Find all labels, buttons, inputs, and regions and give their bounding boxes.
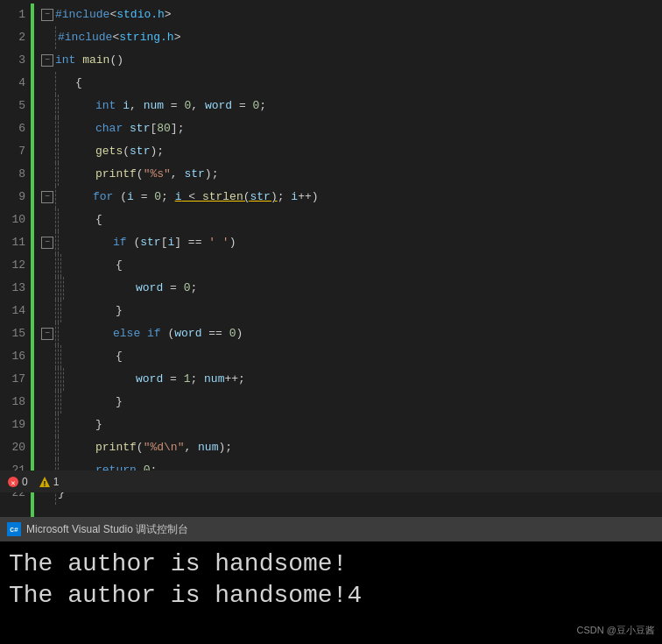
code-line-11: − if (str[i] == ' ')	[41, 231, 662, 254]
code-line-10: {	[41, 209, 662, 231]
console-title: Microsoft Visual Studio 调试控制台	[26, 522, 188, 537]
line-numbers: 1 2 3 4 5 6 7 8 9 10 11 12 13 14 15 16 1…	[0, 0, 31, 517]
bottom-status-bar: ✕ 0 ! 1	[0, 471, 662, 492]
editor-area: 1 2 3 4 5 6 7 8 9 10 11 12 13 14 15 16 1…	[0, 0, 662, 517]
svg-text:✕: ✕	[11, 479, 15, 488]
fold-icon-11[interactable]: −	[41, 237, 53, 249]
error-icon: ✕	[7, 476, 19, 488]
code-line-6: char str[80];	[41, 117, 662, 140]
error-count: 0	[22, 476, 28, 488]
fold-icon-1[interactable]: −	[41, 9, 53, 21]
svg-text:!: !	[42, 480, 46, 488]
code-line-13: word = 0;	[41, 277, 662, 300]
code-line-9: − for (i = 0; i < strlen(str); i++)	[41, 186, 662, 209]
console-line-1: The author is handsome!	[9, 548, 653, 580]
console-titlebar: C# Microsoft Visual Studio 调试控制台	[0, 517, 662, 541]
code-line-7: gets(str);	[41, 140, 662, 163]
warning-count: 1	[53, 476, 60, 488]
error-indicator: ✕ 0	[7, 476, 28, 488]
warning-indicator: ! 1	[39, 476, 60, 488]
code-line-8: printf("%s", str);	[41, 163, 662, 186]
console-window: C# Microsoft Visual Studio 调试控制台 The aut…	[0, 517, 662, 644]
code-line-16: {	[41, 345, 662, 368]
code-line-5: int i, num = 0, word = 0;	[41, 95, 662, 117]
code-line-3: − int main()	[41, 49, 662, 72]
fold-icon-15[interactable]: −	[41, 328, 53, 340]
code-line-2: #include<string.h>	[41, 26, 662, 49]
code-line-17: word = 1; num++;	[41, 368, 662, 391]
code-line-4: {	[41, 72, 662, 95]
watermark: CSDN @豆小豆酱	[577, 624, 655, 637]
code-line-19: }	[41, 414, 662, 436]
code-line-20: printf("%d\n", num);	[41, 436, 662, 459]
warning-icon: !	[39, 476, 51, 488]
fold-icon-3[interactable]: −	[41, 54, 53, 67]
console-output: The author is handsome! The author is ha…	[0, 541, 662, 644]
code-line-14: }	[41, 300, 662, 322]
code-content: − #include<stdio.h> #include<string.h> −…	[34, 0, 662, 517]
code-line-15: − else if (word == 0)	[41, 322, 662, 345]
vs-icon: C#	[7, 522, 21, 536]
console-line-2: The author is handsome!4	[9, 580, 653, 612]
code-line-12: {	[41, 254, 662, 277]
fold-icon-9[interactable]: −	[41, 191, 53, 203]
code-line-1: − #include<stdio.h>	[41, 4, 662, 26]
code-line-18: }	[41, 391, 662, 414]
